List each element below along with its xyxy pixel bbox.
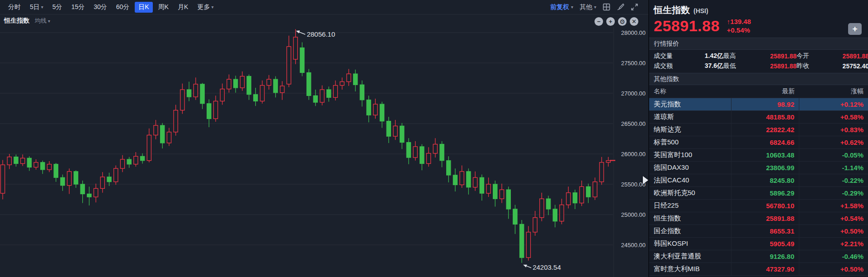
index-row-change: +0.54%	[799, 215, 868, 222]
candle	[147, 135, 151, 160]
candle	[320, 90, 324, 102]
quote-label: 成交额	[654, 62, 685, 70]
candle	[280, 86, 284, 93]
index-row[interactable]: 纳斯达克22822.42+0.83%	[649, 124, 868, 136]
candle	[87, 194, 91, 197]
candle	[234, 79, 238, 88]
adjust-dropdown[interactable]: 前复权 ▾	[550, 3, 573, 11]
period-tab[interactable]: 月K	[174, 2, 192, 13]
index-row-last: 5896.29	[731, 187, 799, 199]
last-price: 25891.88	[654, 17, 720, 35]
chevron-down-icon: ▾	[594, 5, 596, 10]
candle	[174, 110, 178, 132]
candle	[300, 48, 304, 73]
period-tab[interactable]: 5分	[49, 2, 66, 13]
candle	[327, 90, 331, 97]
index-row-change: +0.50%	[799, 265, 868, 273]
quote-panel: 恒生指数 (HSI) 25891.88 ↑139.48 +0.54% + 行情报…	[648, 0, 868, 277]
index-row[interactable]: 澳大利亚普通股9126.80-0.46%	[649, 250, 868, 263]
index-row[interactable]: 英国富时10010603.48-0.05%	[649, 149, 868, 162]
candle	[393, 126, 397, 136]
period-tab[interactable]: 30分	[90, 2, 111, 13]
index-row-name: 韩国KOSPI	[649, 238, 731, 250]
index-row-name: 英国富时100	[649, 149, 731, 161]
fullscreen-expand-icon[interactable]	[631, 3, 638, 11]
index-row[interactable]: 富时意大利MIB47327.90+0.50%	[649, 263, 868, 276]
candle	[107, 177, 111, 182]
candle	[187, 90, 191, 97]
index-row[interactable]: 道琼斯48185.80+0.58%	[649, 111, 868, 124]
candle	[207, 104, 211, 119]
candle	[61, 177, 65, 185]
zoom-in-icon[interactable]: +	[606, 17, 615, 26]
index-row-last: 9126.80	[731, 250, 799, 263]
y-axis-label: 27000.00	[621, 90, 646, 97]
draw-brush-icon[interactable]	[617, 3, 624, 11]
index-row-change: +0.50%	[799, 227, 868, 235]
settings-gear-icon[interactable]: ⚙	[618, 17, 627, 26]
low-annotation-arrow	[527, 266, 532, 268]
index-row-change: +0.58%	[799, 113, 868, 121]
candle	[120, 159, 124, 168]
index-row[interactable]: 欧洲斯托克505896.29-0.29%	[649, 187, 868, 200]
candle	[413, 147, 417, 158]
index-row[interactable]: 韩国KOSPI5905.49+2.21%	[649, 238, 868, 250]
toolbar-right-controls: 前复权 ▾ 其他 ▾	[550, 3, 638, 11]
index-row[interactable]: 德国DAX3023806.99-1.14%	[649, 162, 868, 174]
quote-row: 成交额37.6亿最低25891.88昨收25752.40	[654, 62, 862, 70]
index-row[interactable]: 美元指数98.92+0.12%	[649, 98, 868, 111]
period-tab[interactable]: 日K	[135, 2, 152, 13]
period-tab[interactable]: 60分	[113, 2, 133, 13]
candle	[47, 164, 51, 170]
stock-trading-app: 分时5日▾5分15分30分60分日K周K月K更多▾ 前复权 ▾ 其他 ▾	[0, 0, 868, 277]
candle	[447, 161, 451, 175]
grid-layout-icon[interactable]	[603, 3, 610, 11]
quote-value: 25891.88	[746, 53, 797, 60]
close-icon[interactable]: ✕	[630, 17, 638, 26]
quote-value: 37.6亿	[685, 62, 723, 70]
panel-price-row: 25891.88 ↑139.48 +0.54% +	[649, 16, 868, 38]
period-tab[interactable]: 分时	[5, 2, 24, 13]
panel-collapse-arrow[interactable]	[643, 176, 648, 184]
quote-value: 25891.88	[819, 53, 868, 60]
indices-section-header: 其他指数	[649, 73, 868, 85]
high-annotation-label: 28056.10	[307, 30, 335, 38]
ma-indicator-dropdown[interactable]: 均线▾	[35, 17, 50, 25]
candle	[21, 158, 25, 163]
candle	[307, 72, 311, 96]
period-tab[interactable]: 更多▾	[193, 2, 217, 13]
index-row[interactable]: 恒生指数25891.88+0.54%	[649, 212, 868, 225]
add-to-watchlist-button[interactable]: +	[848, 23, 862, 35]
candlestick-chart[interactable]: 28000.0027500.0027000.0026500.0026000.00…	[0, 0, 648, 277]
chart-zoom-controls: − + ⚙ ✕	[594, 17, 638, 26]
index-row-name: 道琼斯	[649, 111, 731, 123]
candle	[274, 79, 278, 92]
candle	[513, 209, 517, 224]
candle	[606, 161, 610, 162]
index-row[interactable]: 国企指数8655.31+0.50%	[649, 225, 868, 238]
chevron-down-icon: ▾	[48, 19, 50, 24]
index-row[interactable]: 法国CAC408245.80-0.22%	[649, 174, 868, 187]
period-tab[interactable]: 周K	[155, 2, 172, 13]
candle	[54, 164, 58, 177]
candle	[566, 193, 571, 205]
candle	[167, 132, 171, 143]
candle	[533, 218, 537, 232]
index-row-name: 欧洲斯托克50	[649, 187, 731, 199]
index-row[interactable]: 标普5006824.66+0.62%	[649, 136, 868, 149]
period-tab[interactable]: 15分	[68, 2, 89, 13]
index-row-name: 日经225	[649, 200, 731, 212]
quote-grid: 成交量1.42亿最高25891.88今开25891.88成交额37.6亿最低25…	[649, 50, 868, 73]
candle	[240, 76, 244, 87]
low-annotation-label: 24203.54	[533, 263, 561, 271]
period-tab[interactable]: 5日▾	[26, 2, 47, 13]
other-dropdown[interactable]: 其他 ▾	[580, 3, 596, 11]
index-row-change: +0.62%	[799, 138, 868, 146]
index-row[interactable]: 日经22556780.10+1.58%	[649, 200, 868, 212]
high-annotation-arrowhead	[296, 30, 300, 33]
candle	[333, 86, 337, 98]
panel-title: 恒生指数 (HSI)	[649, 0, 868, 16]
index-row-name: 标普500	[649, 136, 731, 148]
candle	[80, 184, 85, 194]
zoom-out-icon[interactable]: −	[594, 17, 603, 26]
